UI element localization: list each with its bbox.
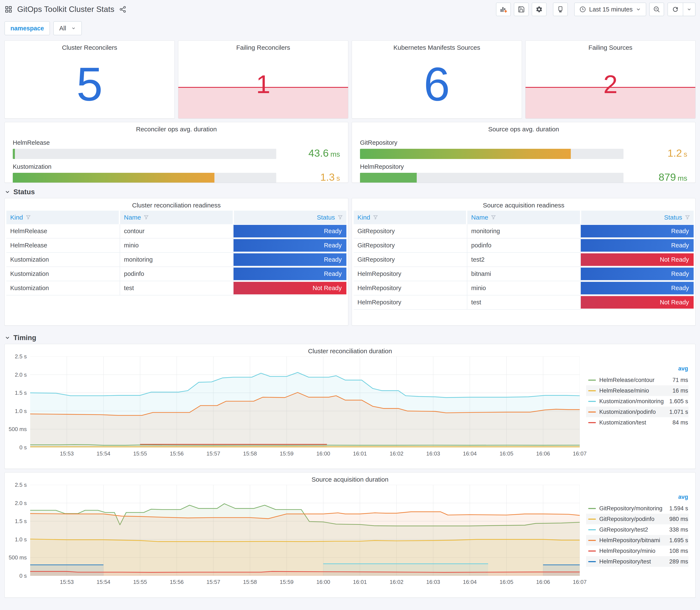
x-tick-label: 15:55 (133, 450, 147, 457)
x-tick-label: 16:05 (500, 450, 514, 457)
cell-name: monitoring (120, 253, 233, 267)
variable-namespace-value[interactable]: All (53, 21, 82, 35)
cell-kind: GitRepository (354, 253, 467, 267)
panel-title: Failing Reconcilers (178, 41, 348, 53)
cycle-view-mode-button[interactable] (553, 2, 568, 16)
column-header-kind[interactable]: Kind (6, 211, 119, 224)
stat-value: 1 (256, 71, 270, 97)
legend-series-name: HelmRelease/minio (599, 387, 669, 394)
panel-title: Kubernetes Manifests Sources (352, 41, 522, 53)
column-header-name[interactable]: Name (120, 211, 232, 224)
save-dashboard-button[interactable] (514, 2, 529, 16)
gauge-bar-unit: ms (330, 150, 340, 158)
panel-reconciler-ops-duration: Reconciler ops avg. duration HelmRelease… (4, 122, 348, 183)
y-tick-label: 1.5 s (15, 518, 27, 525)
legend-series-name: GitRepository/monitoring (599, 505, 666, 512)
gauge-bar-unit: s (684, 150, 687, 158)
x-tick-label: 16:03 (426, 450, 440, 457)
gauge-bar-label: Kustomization (13, 163, 276, 170)
refresh-button[interactable] (668, 3, 683, 16)
gauge-bar-unit: s (337, 174, 340, 182)
status-badge: Not Ready (581, 296, 694, 309)
time-range-label: Last 15 minutes (589, 6, 633, 13)
legend-avg-header[interactable]: avg (586, 494, 688, 503)
legend-series-dash-icon (588, 412, 596, 413)
x-tick-label: 15:56 (170, 579, 184, 585)
legend-item[interactable]: HelmRepository/test289 ms (586, 556, 688, 567)
gauge-bar-label: HelmRelease (13, 139, 276, 146)
legend-item[interactable]: Kustomization/podinfo1.071 s (586, 406, 688, 417)
filter-funnel-icon[interactable] (338, 215, 343, 220)
legend-series-name: Kustomization/podinfo (599, 409, 666, 415)
row-title-status: Status (13, 188, 35, 196)
zoom-out-button[interactable] (649, 2, 664, 16)
panel-source-ops-duration: Source ops avg. duration GitRepository1.… (352, 122, 696, 183)
row-toggle-status[interactable]: Status (4, 187, 696, 197)
x-tick-label: 15:59 (280, 579, 293, 585)
filter-funnel-icon[interactable] (144, 215, 149, 220)
x-tick-label: 16:06 (536, 579, 550, 585)
legend-series-avg: 980 ms (669, 516, 688, 523)
share-icon[interactable] (119, 5, 127, 13)
cell-status: Ready (233, 224, 346, 238)
gauge-bar-track (13, 149, 276, 159)
legend-avg-header[interactable]: avg (586, 365, 688, 375)
row-toggle-timing[interactable]: Timing (4, 333, 696, 343)
legend-series-avg: 1.071 s (669, 409, 688, 415)
legend-item[interactable]: GitRepository/test2338 ms (586, 524, 688, 535)
cell-status: Not Ready (580, 295, 694, 309)
dashboards-grid-icon[interactable] (4, 5, 13, 13)
status-badge: Ready (581, 239, 694, 252)
submenu: namespace All (4, 21, 696, 35)
gauge-bar-row: HelmRelease43.6ms (13, 139, 340, 159)
x-tick-label: 16:06 (536, 450, 550, 457)
variable-namespace-label[interactable]: namespace (4, 21, 50, 35)
legend-item[interactable]: GitRepository/podinfo980 ms (586, 514, 688, 524)
legend-series-dash-icon (588, 508, 596, 509)
column-header-kind[interactable]: Kind (354, 211, 466, 224)
legend-series-avg: 1.695 s (669, 537, 688, 544)
gauges-row: Reconciler ops avg. duration HelmRelease… (4, 122, 696, 183)
dashboard-settings-button[interactable] (532, 2, 547, 16)
column-header-name[interactable]: Name (467, 211, 580, 224)
column-header-status[interactable]: Status (581, 211, 694, 224)
tables-row: Cluster reconciliation readiness KindNam… (4, 198, 696, 326)
bar-gauge-body: GitRepository1.2sHelmRepository879ms (352, 134, 695, 183)
refresh-group (667, 2, 696, 16)
stat-panel-0: Cluster Reconcilers5 (4, 41, 175, 118)
legend-item[interactable]: HelmRepository/minio108 ms (586, 546, 688, 556)
legend-item[interactable]: GitRepository/monitoring1.594 s (586, 503, 688, 514)
refresh-interval-dropdown[interactable] (683, 3, 695, 16)
legend-item[interactable]: Kustomization/test84 ms (586, 417, 688, 428)
panel-cluster-reconciliation-readiness: Cluster reconciliation readiness KindNam… (4, 198, 348, 326)
chart-plot[interactable] (30, 485, 580, 576)
y-tick-label: 2.5 s (15, 482, 27, 488)
gauge-bar-value: 879ms (623, 172, 687, 183)
legend-item[interactable]: Kustomization/monitoring1.605 s (586, 396, 688, 406)
table-row: HelmRepositorytestNot Ready (354, 295, 694, 310)
filter-funnel-icon[interactable] (491, 215, 496, 220)
x-tick-label: 15:53 (60, 579, 74, 585)
legend-series-dash-icon (588, 540, 596, 541)
legend-item[interactable]: HelmRelease/contour71 ms (586, 375, 688, 385)
y-tick-label: 500 ms (9, 554, 27, 561)
column-header-status[interactable]: Status (234, 211, 346, 224)
stat-panel-3: Failing Sources2 (525, 41, 696, 118)
filter-funnel-icon[interactable] (685, 215, 690, 220)
gauge-bar-row: Kustomization1.3s (13, 163, 340, 183)
panel-title: Source ops avg. duration (352, 122, 695, 134)
filter-funnel-icon[interactable] (26, 215, 31, 220)
time-range-picker[interactable]: Last 15 minutes (574, 2, 646, 16)
legend-series-name: HelmRepository/minio (599, 548, 666, 554)
x-tick-label: 15:57 (206, 579, 220, 585)
legend-item[interactable]: HelmRepository/bitnami1.695 s (586, 535, 688, 546)
gauge-bar-fill (13, 149, 15, 159)
x-tick-label: 16:00 (316, 450, 330, 457)
chart-plot[interactable] (30, 356, 580, 447)
legend-item[interactable]: HelmRelease/minio16 ms (586, 385, 688, 396)
add-panel-button[interactable] (496, 2, 511, 16)
panel-source-acquisition-readiness: Source acquisition readiness KindNameSta… (352, 198, 696, 326)
legend-series-name: GitRepository/test2 (599, 527, 666, 533)
legend-series-dash-icon (588, 529, 596, 530)
filter-funnel-icon[interactable] (373, 215, 378, 220)
